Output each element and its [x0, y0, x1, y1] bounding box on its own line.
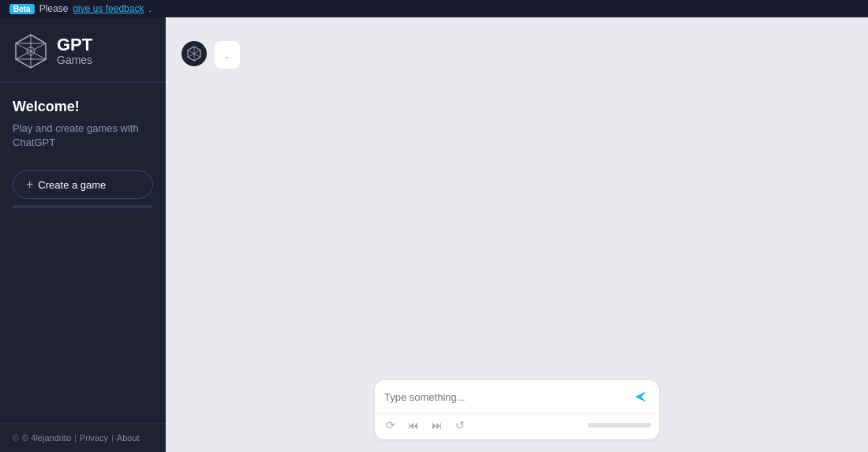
footer-divider-2: | — [111, 433, 114, 443]
sidebar-welcome: Welcome! Play and create games with Chat… — [0, 83, 166, 158]
message-bubble: . — [215, 41, 240, 69]
sidebar-footer: © © 4lejandrito | Privacy | About — [0, 423, 166, 452]
logo-text: GPT Games — [57, 35, 92, 67]
avatar — [181, 41, 207, 66]
bot-avatar-icon — [186, 46, 202, 62]
toolbar-back-button[interactable]: ⏭ — [428, 417, 446, 433]
chat-input-box: ⟳ ⏮ ⏭ ↺ — [375, 380, 659, 439]
logo-games-text: Games — [57, 54, 92, 66]
welcome-title: Welcome! — [13, 99, 153, 115]
send-button[interactable] — [632, 388, 649, 405]
beta-badge: Beta — [9, 4, 35, 14]
toolbar-refresh-button[interactable]: ⟳ — [383, 417, 398, 433]
refresh-icon: ⟳ — [386, 419, 395, 431]
footer-divider-1: | — [74, 433, 77, 443]
create-game-label: Create a game — [38, 179, 106, 191]
sidebar-logo: GPT Games — [0, 17, 166, 83]
footer-4lejandrito-link[interactable]: © 4lejandrito — [22, 433, 71, 443]
chat-toolbar: ⟳ ⏮ ⏭ ↺ — [375, 413, 659, 439]
toolbar-skipback-button[interactable]: ⏮ — [405, 417, 422, 433]
logo-icon — [13, 33, 49, 69]
plus-icon: + — [26, 177, 33, 192]
send-icon — [634, 390, 648, 404]
footer-about-link[interactable]: About — [117, 433, 140, 443]
welcome-subtitle: Play and create games with ChatGPT — [13, 121, 153, 150]
create-game-button[interactable]: + Create a game — [13, 170, 153, 199]
top-banner: Beta Please give us feedback . — [0, 0, 868, 17]
logo-gpt-text: GPT — [57, 35, 92, 54]
message-row: . — [181, 41, 240, 69]
feedback-link[interactable]: give us feedback — [73, 3, 144, 14]
chat-input-container: ⟳ ⏮ ⏭ ↺ — [166, 372, 868, 452]
chat-input-field — [375, 380, 659, 413]
chat-messages: . — [166, 17, 868, 372]
sidebar: GPT Games Welcome! Play and create games… — [0, 17, 166, 452]
skip-back-icon: ⏮ — [408, 419, 419, 431]
reset-icon: ↺ — [455, 419, 465, 431]
banner-please-text: Please — [39, 3, 69, 14]
copyright-symbol: © — [13, 433, 19, 443]
footer-privacy-link[interactable]: Privacy — [80, 433, 108, 443]
main-layout: GPT Games Welcome! Play and create games… — [0, 17, 868, 452]
toolbar-reset-button[interactable]: ↺ — [452, 417, 468, 433]
banner-suffix: . — [148, 3, 151, 14]
chat-area: . ⟳ ⏮ — [166, 17, 868, 452]
back-icon: ⏭ — [432, 419, 443, 431]
toolbar-progress-bar — [588, 423, 651, 428]
sidebar-progress-bar — [13, 205, 153, 208]
chat-input[interactable] — [384, 391, 632, 403]
